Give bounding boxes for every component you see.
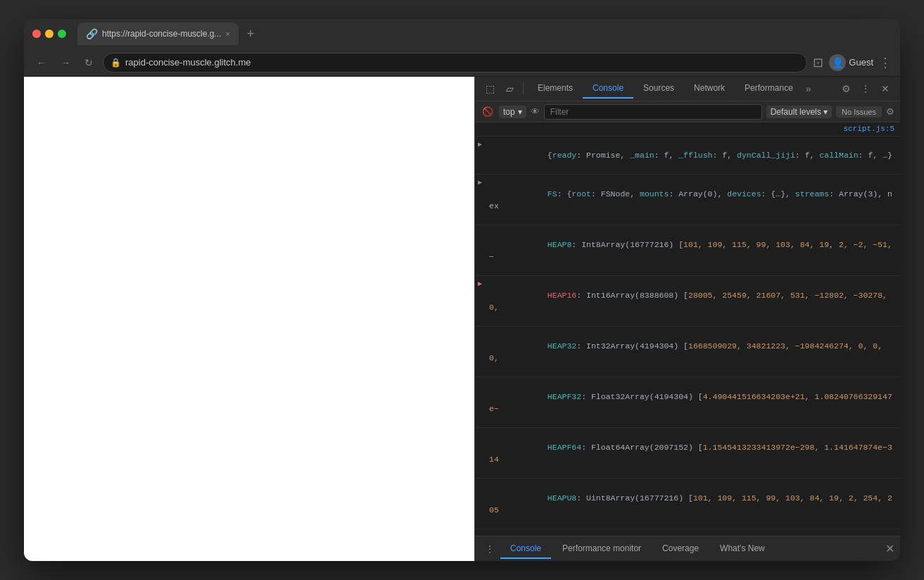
tab-performance[interactable]: Performance (735, 79, 803, 99)
tab-sources[interactable]: Sources (633, 79, 684, 99)
console-line: HEAP8: Int8Array(16777216) [101, 109, 11… (475, 225, 900, 276)
devtools-toolbar: ⬚ ▱ Elements Console Sources Network Per… (475, 77, 900, 101)
title-bar: 🔗 https://rapid-concise-muscle.g... × + (24, 19, 900, 49)
close-button[interactable] (32, 30, 41, 38)
expand-arrow-icon[interactable]: ▶ (478, 139, 482, 150)
console-line-content: HEAPU16: Uint16Array(8388608) [28005, 25… (489, 530, 894, 536)
address-text: rapid-concise-muscle.glitch.me (125, 57, 251, 68)
forward-button[interactable]: → (56, 54, 75, 71)
expand-arrow-icon: ▶ (478, 279, 482, 289)
bottom-tab-performance-monitor[interactable]: Performance monitor (552, 539, 651, 559)
devtools-panel: ⬚ ▱ Elements Console Sources Network Per… (474, 77, 900, 561)
bottom-tab-console[interactable]: Console (500, 539, 551, 559)
main-area: ⬚ ▱ Elements Console Sources Network Per… (24, 77, 900, 561)
extensions-button[interactable]: ⊡ (813, 55, 823, 70)
tab-network[interactable]: Network (684, 79, 735, 99)
maximize-button[interactable] (58, 30, 66, 38)
profile-button[interactable]: 👤 Guest (829, 54, 873, 71)
tab-console[interactable]: Console (583, 79, 633, 99)
lock-icon: 🔒 (110, 58, 121, 68)
devtools-close-icon[interactable]: ✕ (876, 80, 894, 98)
console-settings-icon[interactable]: ⚙ (886, 106, 894, 117)
context-label: top (503, 107, 515, 117)
console-line-content: HEAPU8: Uint8Array(16777216) [101, 109, … (489, 479, 894, 528)
console-line: HEAP32: Int32Array(4194304) [1668509029,… (475, 327, 900, 377)
tab-elements[interactable]: Elements (528, 79, 583, 99)
refresh-button[interactable]: ↻ (80, 54, 97, 71)
console-line-content: HEAP32: Int32Array(4194304) [1668509029,… (489, 327, 894, 376)
address-bar[interactable]: 🔒 rapid-concise-muscle.glitch.me (103, 53, 807, 72)
browser-window: 🔗 https://rapid-concise-muscle.g... × + … (24, 19, 900, 561)
bottom-tab-coverage[interactable]: Coverage (652, 539, 709, 559)
minimize-button[interactable] (45, 30, 53, 38)
clear-console-icon[interactable]: 🚫 (481, 105, 495, 119)
console-line: HEAPU8: Uint8Array(16777216) [101, 109, … (475, 479, 900, 529)
issues-badge[interactable]: No Issues (836, 106, 882, 118)
inspect-element-icon[interactable]: ⬚ (481, 80, 499, 98)
devtools-toolbar2: 🚫 top ▾ 👁 Default levels ▾ No Issues ⚙ (475, 101, 900, 122)
console-line-content: HEAPF32: Float32Array(4194304) [4.490441… (489, 378, 894, 427)
nav-bar: ← → ↻ 🔒 rapid-concise-muscle.glitch.me ⊡… (24, 49, 900, 77)
console-line-content: FS: {root: FSNode, mounts: Array(0), dev… (489, 175, 894, 224)
menu-button[interactable]: ⋮ (879, 55, 892, 70)
context-selector[interactable]: top ▾ (499, 106, 526, 118)
profile-label: Guest (849, 57, 873, 68)
profile-icon: 👤 (829, 54, 846, 71)
bottom-tab-whats-new[interactable]: What's New (710, 539, 775, 559)
source-link[interactable]: script.js:5 (843, 123, 894, 135)
new-tab-button[interactable]: + (241, 27, 260, 42)
console-source-link-line: script.js:5 (475, 122, 900, 137)
back-button[interactable]: ← (32, 54, 51, 71)
console-line: HEAPF64: Float64Array(2097152) [1.154541… (475, 428, 900, 479)
log-levels-selector[interactable]: Default levels ▾ (766, 106, 832, 118)
tab-close-button[interactable]: × (225, 30, 229, 38)
devtools-settings-icon[interactable]: ⚙ (837, 80, 855, 98)
console-line: ▶ FS: {root: FSNode, mounts: Array(0), d… (475, 175, 900, 225)
console-line-content: HEAPF64: Float64Array(2097152) [1.154541… (489, 429, 894, 477)
eye-icon[interactable]: 👁 (531, 106, 540, 117)
more-tabs-icon[interactable]: » (806, 83, 811, 94)
levels-label: Default levels (771, 107, 821, 117)
console-line: HEAPU16: Uint16Array(8388608) [28005, 25… (475, 529, 900, 536)
console-line: HEAPF32: Float32Array(4194304) [4.490441… (475, 377, 900, 428)
context-dropdown-icon: ▾ (518, 107, 522, 117)
expand-arrow-icon[interactable]: ▶ (478, 177, 482, 188)
console-filter-input[interactable] (544, 104, 762, 120)
browser-viewport (24, 77, 474, 561)
console-line: ▶ HEAP16: Int16Array(8388608) [28005, 25… (475, 276, 900, 327)
bottom-tab-bar: ⋮ Console Performance monitor Coverage W… (475, 536, 900, 561)
levels-dropdown-icon: ▾ (823, 107, 828, 117)
toolbar-separator (523, 82, 524, 95)
console-line-content: HEAP8: Int8Array(16777216) [101, 109, 11… (489, 226, 894, 275)
browser-tab[interactable]: 🔗 https://rapid-concise-muscle.g... × (77, 23, 239, 45)
bottom-tab-more-icon[interactable]: ⋮ (481, 543, 499, 555)
tab-favicon: 🔗 (86, 28, 98, 39)
device-emulation-icon[interactable]: ▱ (500, 80, 519, 98)
devtools-tabs: Elements Console Sources Network Perform… (528, 79, 835, 99)
nav-actions: ⊡ 👤 Guest ⋮ (813, 54, 892, 71)
tab-bar: 🔗 https://rapid-concise-muscle.g... × + (77, 23, 892, 45)
console-line-content: HEAP16: Int16Array(8388608) [28005, 2545… (489, 277, 894, 325)
console-line-content: {ready: Promise, _main: f, _fflush: f, d… (489, 137, 894, 174)
devtools-more-icon[interactable]: ⋮ (856, 80, 875, 98)
console-line: ▶ {ready: Promise, _main: f, _fflush: f,… (475, 137, 900, 175)
bottom-bar-close-icon[interactable]: ✕ (885, 542, 894, 555)
tab-title: https://rapid-concise-muscle.g... (102, 29, 221, 39)
traffic-lights (32, 30, 66, 38)
console-output[interactable]: script.js:5 ▶ {ready: Promise, _main: f,… (475, 122, 900, 536)
